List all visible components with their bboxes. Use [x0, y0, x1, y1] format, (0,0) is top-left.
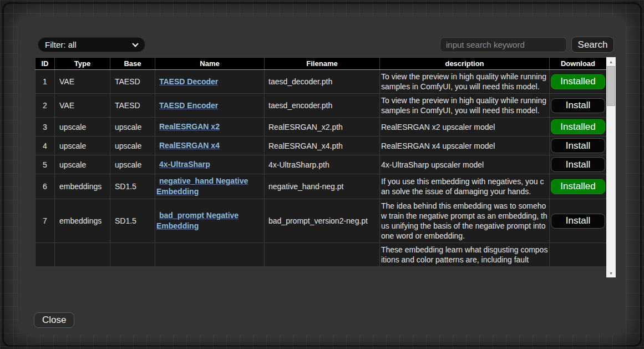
cell-base — [110, 243, 155, 267]
scrollbar-up-arrow-icon[interactable]: ▲ — [606, 57, 616, 66]
cell-name: negative_hand Negative Embedding — [155, 174, 265, 199]
install-models-dialog: Filter: all Search IDTypeBaseNameFilenam… — [18, 17, 626, 335]
cell-description: 4x-UltraSharp upscaler model — [380, 155, 550, 174]
cell-id: 5 — [36, 155, 55, 174]
cell-type — [55, 243, 110, 267]
cell-id: 4 — [36, 136, 55, 155]
install-button[interactable]: Install — [551, 138, 605, 153]
model-name-link[interactable]: negative_hand Negative Embedding — [156, 176, 263, 197]
cell-name: TAESD Encoder — [155, 94, 265, 118]
installed-button[interactable]: Installed — [551, 179, 605, 194]
installed-button[interactable]: Installed — [551, 119, 605, 134]
cell-id: 2 — [36, 94, 55, 118]
column-header: Filename — [265, 58, 380, 70]
table-row: These embedding learn what disgusting co… — [36, 243, 607, 267]
cell-description: RealESRGAN x2 upscaler model — [380, 118, 550, 136]
table-row: 7embeddingsSD1.5bad_prompt Negative Embe… — [36, 199, 607, 243]
scrollbar-down-arrow-icon[interactable]: ▼ — [606, 269, 616, 277]
model-name-link[interactable]: bad_prompt Negative Embedding — [156, 210, 263, 231]
cell-base: upscale — [110, 118, 155, 136]
model-name-link[interactable]: 4x-UltraSharp — [156, 159, 210, 170]
cell-description: These embedding learn what disgusting co… — [380, 243, 550, 267]
cell-description: To view the preview in high quality whil… — [380, 94, 550, 118]
models-table-wrap: IDTypeBaseNameFilenamedescriptionDownloa… — [35, 57, 616, 277]
table-row: 6embeddingsSD1.5negative_hand Negative E… — [36, 174, 607, 199]
model-name-link[interactable]: TAESD Decoder — [156, 77, 218, 87]
search-button[interactable]: Search — [571, 37, 614, 53]
install-button[interactable]: Install — [551, 214, 605, 229]
cell-filename: taesd_encoder.pth — [265, 94, 380, 118]
cell-id: 1 — [36, 70, 55, 94]
cell-filename: taesd_decoder.pth — [265, 70, 380, 94]
close-button[interactable]: Close — [34, 312, 74, 328]
cell-base: TAESD — [110, 70, 155, 94]
cell-base: SD1.5 — [110, 174, 155, 199]
cell-id: 6 — [36, 174, 55, 199]
cell-filename: bad_prompt_version2-neg.pt — [265, 199, 380, 243]
cell-type: upscale — [55, 136, 110, 155]
cell-description: To view the preview in high quality whil… — [380, 70, 550, 94]
table-row: 3upscaleupscaleRealESRGAN x2RealESRGAN_x… — [36, 118, 607, 136]
cell-description: RealESRGAN x4 upscaler model — [380, 136, 550, 155]
filter-dropdown-wrap: Filter: all — [38, 37, 145, 52]
cell-download — [550, 243, 607, 267]
table-row: 5upscaleupscale4x-UltraSharp4x-UltraShar… — [36, 155, 607, 174]
cell-description: The idea behind this embedding was to so… — [380, 199, 550, 243]
installed-button[interactable]: Installed — [551, 74, 605, 89]
cell-description: If you use this embedding with negatives… — [380, 174, 550, 199]
cell-download: Install — [550, 94, 607, 118]
cell-type: VAE — [55, 94, 110, 118]
cell-download: Install — [550, 136, 607, 155]
table-row: 1VAETAESDTAESD Decodertaesd_decoder.pthT… — [36, 70, 607, 94]
cell-filename: 4x-UltraSharp.pth — [265, 155, 380, 174]
cell-id: 3 — [36, 118, 55, 136]
install-button[interactable]: Install — [551, 157, 605, 172]
cell-download: Installed — [550, 70, 607, 94]
column-header: Base — [110, 58, 155, 70]
cell-type: upscale — [55, 155, 110, 174]
cell-filename: negative_hand-neg.pt — [265, 174, 380, 199]
model-name-link[interactable]: RealESRGAN x4 — [156, 140, 220, 151]
column-header: description — [380, 58, 550, 70]
cell-type: embeddings — [55, 174, 110, 199]
model-name-link[interactable]: TAESD Encoder — [156, 100, 218, 111]
table-header-row: IDTypeBaseNameFilenamedescriptionDownloa… — [36, 58, 607, 70]
scrollbar-thumb[interactable] — [607, 66, 615, 106]
column-header: Type — [55, 58, 110, 70]
cell-filename: RealESRGAN_x4.pth — [265, 136, 380, 155]
cell-name: bad_prompt Negative Embedding — [155, 199, 265, 243]
install-button[interactable]: Install — [551, 98, 605, 113]
cell-download: Install — [550, 199, 607, 243]
cell-base: upscale — [110, 155, 155, 174]
cell-type: VAE — [55, 70, 110, 94]
table-scrollbar[interactable]: ▲ ▼ — [606, 57, 616, 277]
cell-name: RealESRGAN x2 — [155, 118, 265, 136]
cell-base: TAESD — [110, 94, 155, 118]
search-input[interactable] — [440, 37, 567, 52]
cell-filename: RealESRGAN_x2.pth — [265, 118, 380, 136]
filter-dropdown[interactable]: Filter: all — [38, 37, 145, 52]
cell-base: upscale — [110, 136, 155, 155]
table-row: 4upscaleupscaleRealESRGAN x4RealESRGAN_x… — [36, 136, 607, 155]
models-table: IDTypeBaseNameFilenamedescriptionDownloa… — [35, 57, 607, 267]
column-header: Name — [155, 58, 265, 70]
cell-name: 4x-UltraSharp — [155, 155, 265, 174]
cell-base: SD1.5 — [110, 199, 155, 243]
cell-filename — [265, 243, 380, 267]
cell-download: Installed — [550, 174, 607, 199]
cell-name: TAESD Decoder — [155, 70, 265, 94]
column-header: Download — [550, 58, 607, 70]
cell-type: embeddings — [55, 199, 110, 243]
cell-type: upscale — [55, 118, 110, 136]
cell-name — [155, 243, 265, 267]
table-row: 2VAETAESDTAESD Encodertaesd_encoder.pthT… — [36, 94, 607, 118]
cell-download: Install — [550, 155, 607, 174]
cell-download: Installed — [550, 118, 607, 136]
cell-name: RealESRGAN x4 — [155, 136, 265, 155]
column-header: ID — [36, 58, 55, 70]
model-name-link[interactable]: RealESRGAN x2 — [156, 122, 220, 132]
cell-id: 7 — [36, 199, 55, 243]
cell-id — [36, 243, 55, 267]
